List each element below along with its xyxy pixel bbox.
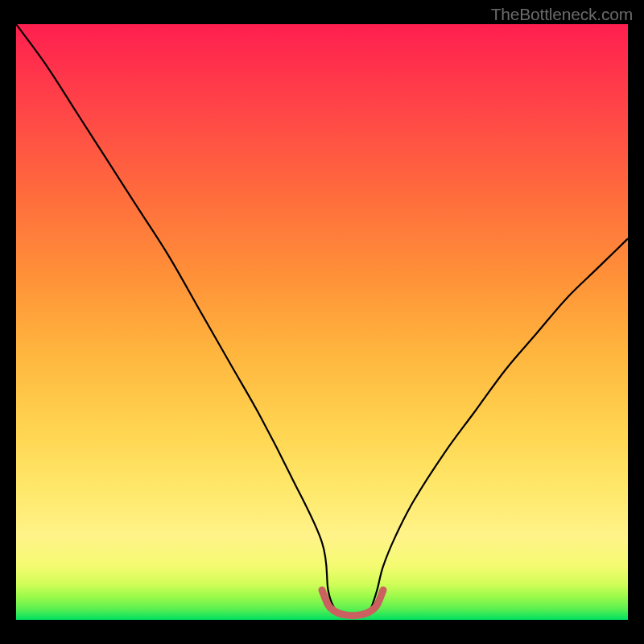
- chart-plot-area: [16, 24, 628, 620]
- bottleneck-chart: [16, 24, 628, 620]
- watermark-text: TheBottleneck.com: [491, 5, 633, 24]
- gradient-background: [16, 24, 628, 620]
